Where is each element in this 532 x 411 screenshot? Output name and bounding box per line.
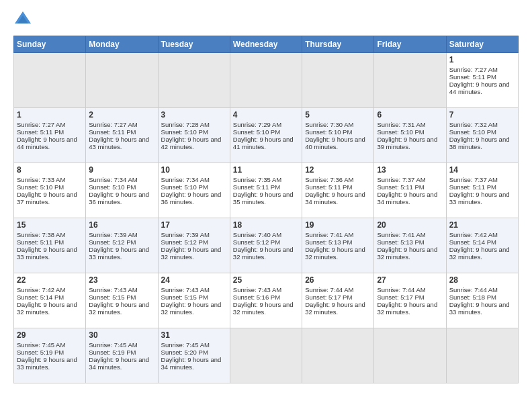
calendar-cell: 30 Sunrise: 7:45 AM Sunset: 5:19 PM Dayl…	[86, 328, 158, 383]
day-number: 22	[17, 275, 83, 285]
daylight: Daylight: 9 hours and 32 minutes.	[377, 301, 437, 316]
sunset: Sunset: 5:11 PM	[17, 238, 64, 246]
sunrise: Sunrise: 7:32 AM	[449, 121, 498, 128]
sunrise: Sunrise: 7:43 AM	[89, 286, 137, 293]
sunset: Sunset: 5:12 PM	[89, 238, 136, 246]
sunset: Sunset: 5:19 PM	[89, 349, 136, 356]
calendar-header-sunday: Sunday	[14, 36, 86, 53]
calendar-week-5: 22 Sunrise: 7:42 AM Sunset: 5:14 PM Dayl…	[14, 273, 519, 328]
sunset: Sunset: 5:10 PM	[449, 128, 496, 136]
sunset: Sunset: 5:10 PM	[89, 183, 136, 191]
calendar-cell: 8 Sunrise: 7:33 AM Sunset: 5:10 PM Dayli…	[14, 163, 86, 218]
daylight: Daylight: 9 hours and 44 minutes.	[449, 81, 510, 95]
calendar-header-tuesday: Tuesday	[158, 36, 230, 53]
calendar-cell: 22 Sunrise: 7:42 AM Sunset: 5:14 PM Dayl…	[14, 273, 86, 328]
logo-icon	[13, 10, 32, 29]
sunrise: Sunrise: 7:41 AM	[377, 231, 425, 238]
sunrise: Sunrise: 7:37 AM	[377, 176, 425, 183]
calendar-week-4: 15 Sunrise: 7:38 AM Sunset: 5:11 PM Dayl…	[14, 218, 519, 273]
sunset: Sunset: 5:15 PM	[161, 293, 208, 301]
calendar-cell: 4 Sunrise: 7:29 AM Sunset: 5:10 PM Dayli…	[230, 108, 302, 163]
calendar-cell: 24 Sunrise: 7:43 AM Sunset: 5:15 PM Dayl…	[158, 273, 230, 328]
sunset: Sunset: 5:11 PM	[377, 183, 424, 191]
sunset: Sunset: 5:11 PM	[449, 73, 496, 81]
sunset: Sunset: 5:11 PM	[305, 183, 352, 191]
calendar-header-thursday: Thursday	[302, 36, 374, 53]
day-number: 21	[449, 220, 515, 230]
day-number: 14	[449, 165, 515, 175]
sunset: Sunset: 5:11 PM	[89, 128, 136, 136]
calendar-cell	[446, 328, 518, 383]
day-number: 7	[449, 110, 515, 120]
daylight: Daylight: 9 hours and 32 minutes.	[305, 246, 365, 261]
sunrise: Sunrise: 7:34 AM	[161, 176, 210, 183]
daylight: Daylight: 9 hours and 41 minutes.	[233, 136, 294, 150]
day-number: 6	[377, 110, 443, 120]
sunset: Sunset: 5:10 PM	[377, 128, 424, 136]
day-number: 1	[449, 55, 515, 64]
sunrise: Sunrise: 7:45 AM	[89, 341, 137, 349]
daylight: Daylight: 9 hours and 32 minutes.	[449, 246, 510, 261]
calendar-cell: 3 Sunrise: 7:28 AM Sunset: 5:10 PM Dayli…	[158, 108, 230, 163]
day-number: 23	[89, 275, 154, 285]
calendar-header-wednesday: Wednesday	[230, 36, 302, 53]
calendar-cell: 21 Sunrise: 7:42 AM Sunset: 5:14 PM Dayl…	[446, 218, 518, 273]
calendar-cell: 27 Sunrise: 7:44 AM Sunset: 5:17 PM Dayl…	[374, 273, 446, 328]
sunset: Sunset: 5:13 PM	[305, 238, 352, 246]
sunset: Sunset: 5:14 PM	[17, 293, 64, 301]
calendar-cell: 26 Sunrise: 7:44 AM Sunset: 5:17 PM Dayl…	[302, 273, 374, 328]
calendar-cell	[230, 53, 302, 108]
daylight: Daylight: 9 hours and 34 minutes.	[305, 191, 365, 205]
day-number: 27	[377, 275, 443, 285]
day-number: 12	[305, 165, 371, 175]
sunrise: Sunrise: 7:31 AM	[377, 121, 425, 128]
sunrise: Sunrise: 7:41 AM	[305, 231, 353, 238]
calendar-cell: 1 Sunrise: 7:27 AM Sunset: 5:11 PM Dayli…	[14, 108, 86, 163]
day-number: 4	[233, 110, 299, 120]
daylight: Daylight: 9 hours and 40 minutes.	[305, 136, 365, 150]
day-number: 20	[377, 220, 443, 230]
sunrise: Sunrise: 7:40 AM	[233, 231, 281, 238]
day-number: 19	[305, 220, 371, 230]
calendar-cell: 14 Sunrise: 7:37 AM Sunset: 5:11 PM Dayl…	[446, 163, 518, 218]
daylight: Daylight: 9 hours and 32 minutes.	[161, 301, 222, 316]
calendar-cell: 1 Sunrise: 7:27 AM Sunset: 5:11 PM Dayli…	[446, 53, 518, 108]
sunrise: Sunrise: 7:36 AM	[305, 176, 353, 183]
sunrise: Sunrise: 7:33 AM	[17, 176, 65, 183]
sunrise: Sunrise: 7:45 AM	[17, 341, 65, 349]
calendar-header-monday: Monday	[86, 36, 158, 53]
calendar-header-saturday: Saturday	[446, 36, 518, 53]
calendar-cell	[230, 328, 302, 383]
calendar-cell	[374, 328, 446, 383]
sunset: Sunset: 5:11 PM	[233, 183, 280, 191]
daylight: Daylight: 9 hours and 32 minutes.	[377, 246, 437, 261]
sunrise: Sunrise: 7:42 AM	[449, 231, 498, 238]
sunrise: Sunrise: 7:44 AM	[377, 286, 425, 293]
sunset: Sunset: 5:10 PM	[17, 183, 64, 191]
logo	[13, 10, 35, 29]
calendar-cell	[302, 328, 374, 383]
sunset: Sunset: 5:13 PM	[377, 238, 424, 246]
day-number: 13	[377, 165, 443, 175]
calendar-cell: 16 Sunrise: 7:39 AM Sunset: 5:12 PM Dayl…	[86, 218, 158, 273]
sunrise: Sunrise: 7:27 AM	[17, 121, 65, 128]
day-number: 8	[17, 165, 83, 175]
calendar-cell	[14, 53, 86, 108]
sunrise: Sunrise: 7:44 AM	[305, 286, 353, 293]
sunrise: Sunrise: 7:43 AM	[161, 286, 210, 293]
day-number: 24	[161, 275, 227, 285]
calendar-week-3: 8 Sunrise: 7:33 AM Sunset: 5:10 PM Dayli…	[14, 163, 519, 218]
sunrise: Sunrise: 7:27 AM	[449, 66, 498, 73]
day-number: 25	[233, 275, 299, 285]
day-number: 26	[305, 275, 371, 285]
sunrise: Sunrise: 7:30 AM	[305, 121, 353, 128]
calendar-cell: 17 Sunrise: 7:39 AM Sunset: 5:12 PM Dayl…	[158, 218, 230, 273]
calendar-cell: 6 Sunrise: 7:31 AM Sunset: 5:10 PM Dayli…	[374, 108, 446, 163]
daylight: Daylight: 9 hours and 44 minutes.	[17, 136, 77, 150]
day-number: 16	[89, 220, 154, 230]
day-number: 28	[449, 275, 515, 285]
day-number: 9	[89, 165, 154, 175]
daylight: Daylight: 9 hours and 32 minutes.	[17, 301, 77, 316]
calendar-cell: 23 Sunrise: 7:43 AM Sunset: 5:15 PM Dayl…	[86, 273, 158, 328]
sunset: Sunset: 5:10 PM	[233, 128, 280, 136]
